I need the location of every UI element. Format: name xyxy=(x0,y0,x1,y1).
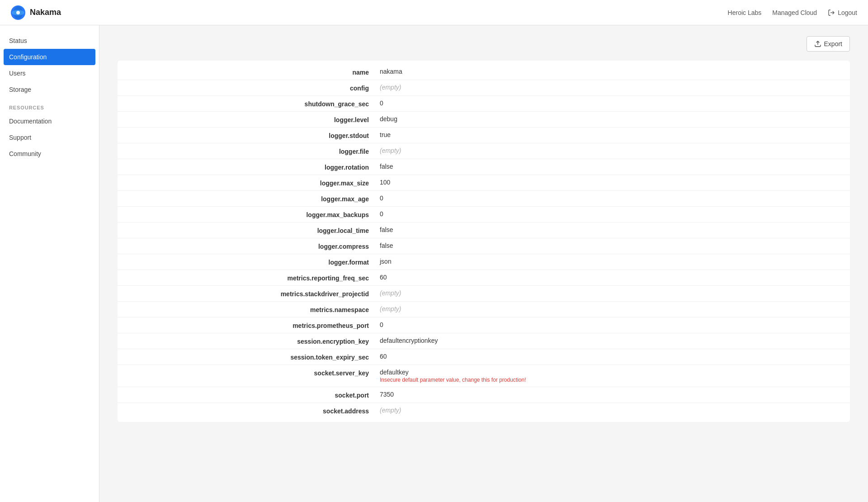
sidebar-item-community[interactable]: Community xyxy=(0,146,99,162)
config-value-wrapper: false xyxy=(380,226,850,233)
config-key: socket.server_key xyxy=(118,369,380,377)
config-value: (empty) xyxy=(380,84,850,91)
layout: StatusConfigurationUsersStorage RESOURCE… xyxy=(0,25,868,502)
config-row: logger.max_size100 xyxy=(118,175,850,191)
config-row: logger.leveldebug xyxy=(118,112,850,128)
config-value-wrapper: true xyxy=(380,131,850,138)
nakama-logo-icon xyxy=(11,5,25,20)
config-value-wrapper: 60 xyxy=(380,353,850,360)
config-value-wrapper: (empty) xyxy=(380,305,850,313)
managed-cloud-link[interactable]: Managed Cloud xyxy=(772,9,817,16)
config-value: 0 xyxy=(380,210,850,218)
config-value: nakama xyxy=(380,68,850,75)
config-value-wrapper: defaultkeyInsecure default parameter val… xyxy=(380,369,850,383)
config-row: logger.compressfalse xyxy=(118,238,850,254)
config-value-wrapper: 100 xyxy=(380,179,850,186)
config-value-wrapper: nakama xyxy=(380,68,850,75)
config-key: metrics.stackdriver_projectid xyxy=(118,289,380,298)
config-key: socket.port xyxy=(118,391,380,399)
sidebar-item-documentation[interactable]: Documentation xyxy=(0,113,99,129)
config-value: (empty) xyxy=(380,305,850,313)
config-value-wrapper: (empty) xyxy=(380,289,850,297)
config-key: metrics.namespace xyxy=(118,305,380,313)
config-value: false xyxy=(380,242,850,249)
config-value: 100 xyxy=(380,179,850,186)
sidebar-item-support[interactable]: Support xyxy=(0,129,99,146)
config-row: logger.rotationfalse xyxy=(118,159,850,175)
logout-icon xyxy=(828,9,835,16)
config-warning: Insecure default parameter value, change… xyxy=(380,377,850,383)
config-row: logger.file(empty) xyxy=(118,143,850,159)
config-row: socket.address(empty) xyxy=(118,403,850,418)
config-key: name xyxy=(118,68,380,76)
sidebar: StatusConfigurationUsersStorage RESOURCE… xyxy=(0,25,99,502)
main-content: Export namenakamaconfig(empty)shutdown_g… xyxy=(99,25,868,502)
config-key: logger.max_backups xyxy=(118,210,380,218)
export-button[interactable]: Export xyxy=(807,36,850,52)
config-row: logger.max_backups0 xyxy=(118,207,850,223)
config-value: (empty) xyxy=(380,147,850,154)
sidebar-item-storage[interactable]: Storage xyxy=(0,81,99,98)
config-row: metrics.stackdriver_projectid(empty) xyxy=(118,286,850,302)
header: Nakama Heroic Labs Managed Cloud Logout xyxy=(0,0,868,25)
logout-label: Logout xyxy=(838,9,857,16)
config-value-wrapper: (empty) xyxy=(380,147,850,154)
config-row: metrics.reporting_freq_sec60 xyxy=(118,270,850,286)
config-value: 0 xyxy=(380,194,850,202)
sidebar-item-users[interactable]: Users xyxy=(0,65,99,81)
config-value: 60 xyxy=(380,353,850,360)
config-key: config xyxy=(118,84,380,92)
config-key: logger.compress xyxy=(118,242,380,250)
config-value: 0 xyxy=(380,99,850,107)
config-key: socket.address xyxy=(118,407,380,415)
config-key: logger.format xyxy=(118,258,380,266)
config-row: logger.max_age0 xyxy=(118,191,850,207)
sidebar-item-configuration[interactable]: Configuration xyxy=(4,49,95,65)
config-key: session.encryption_key xyxy=(118,337,380,345)
config-key: metrics.prometheus_port xyxy=(118,321,380,329)
config-value: (empty) xyxy=(380,407,850,414)
config-value-wrapper: json xyxy=(380,258,850,265)
config-value: false xyxy=(380,226,850,233)
config-row: logger.local_timefalse xyxy=(118,223,850,238)
config-value-wrapper: 0 xyxy=(380,99,850,107)
config-key: logger.rotation xyxy=(118,163,380,171)
config-row: metrics.namespace(empty) xyxy=(118,302,850,317)
config-key: logger.max_age xyxy=(118,194,380,203)
config-value-wrapper: debug xyxy=(380,115,850,123)
header-right: Heroic Labs Managed Cloud Logout xyxy=(728,9,857,16)
config-row: logger.stdouttrue xyxy=(118,128,850,143)
sidebar-item-status[interactable]: Status xyxy=(0,33,99,49)
config-key: logger.stdout xyxy=(118,131,380,139)
config-value: json xyxy=(380,258,850,265)
config-row: config(empty) xyxy=(118,80,850,96)
config-list: namenakamaconfig(empty)shutdown_grace_se… xyxy=(118,61,850,422)
config-value: debug xyxy=(380,115,850,123)
resources-section-label: RESOURCES xyxy=(0,98,99,113)
config-value: 7350 xyxy=(380,391,850,398)
config-value-wrapper: false xyxy=(380,242,850,249)
config-key: metrics.reporting_freq_sec xyxy=(118,274,380,282)
config-value-wrapper: (empty) xyxy=(380,84,850,91)
config-row: metrics.prometheus_port0 xyxy=(118,317,850,333)
logout-button[interactable]: Logout xyxy=(828,9,857,16)
config-value-wrapper: (empty) xyxy=(380,407,850,414)
config-row: shutdown_grace_sec0 xyxy=(118,96,850,112)
config-value-wrapper: 60 xyxy=(380,274,850,281)
top-bar: Export xyxy=(118,36,850,52)
config-row: logger.formatjson xyxy=(118,254,850,270)
heroic-labs-link[interactable]: Heroic Labs xyxy=(728,9,762,16)
config-value-wrapper: 0 xyxy=(380,210,850,218)
config-value: (empty) xyxy=(380,289,850,297)
config-value-wrapper: defaultencryptionkey xyxy=(380,337,850,344)
config-row: socket.port7350 xyxy=(118,387,850,403)
header-left: Nakama xyxy=(11,5,61,20)
config-key: logger.max_size xyxy=(118,179,380,187)
config-key: session.token_expiry_sec xyxy=(118,353,380,361)
config-value: 0 xyxy=(380,321,850,328)
config-value: true xyxy=(380,131,850,138)
config-value-wrapper: 0 xyxy=(380,194,850,202)
export-label: Export xyxy=(824,40,842,47)
config-key: logger.file xyxy=(118,147,380,155)
config-row: socket.server_keydefaultkeyInsecure defa… xyxy=(118,365,850,387)
